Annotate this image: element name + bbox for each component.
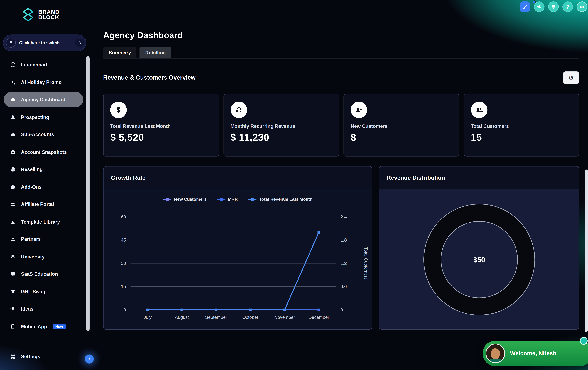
basket-icon [10, 184, 16, 190]
chevron-up-down-icon [75, 39, 84, 47]
sidebar-item-ai-holiday-promo[interactable]: AI Holiday Promo [4, 74, 83, 90]
sidebar-item-reselling[interactable]: Reselling [4, 162, 83, 177]
refresh-icon: ↺ [568, 74, 574, 82]
sidebar: Click here to switch Launchpad AI Holida… [0, 0, 90, 370]
notification-dot [533, 0, 536, 3]
welcome-widget[interactable]: Welcome, Nitesh [483, 340, 588, 366]
sidebar-item-mobile-app[interactable]: Mobile App New [4, 319, 83, 334]
card-value: 15 [471, 132, 572, 143]
lightbulb-icon [10, 306, 16, 312]
svg-text:October: October [242, 315, 258, 320]
svg-text:November: November [274, 315, 295, 320]
page-title: Agency Dashboard [103, 30, 579, 41]
tab-rebilling[interactable]: Rebilling [140, 47, 171, 58]
card-value: 8 [351, 132, 452, 143]
sidebar-item-saas-education[interactable]: SaaS Education [4, 266, 83, 282]
sidebar-item-university[interactable]: University [4, 249, 83, 264]
launchpad-icon [10, 62, 16, 68]
sidebar-nav: Launchpad AI Holiday Promo Agency Dashbo… [0, 57, 87, 336]
sidebar-item-settings[interactable]: Settings [4, 349, 83, 364]
svg-text:45: 45 [121, 238, 126, 243]
main-scrollbar[interactable] [585, 169, 588, 332]
settings-grid-icon [10, 353, 16, 359]
card-total-revenue-last-month: $ Total Revenue Last Month $ 5,520 [103, 94, 219, 157]
dollar-icon: $ [110, 102, 127, 118]
chart-legend: New CustomersMRRTotal Revenue Last Month [104, 195, 372, 203]
sidebar-item-agency-dashboard[interactable]: Agency Dashboard [4, 92, 83, 107]
sidebar-scrollbar[interactable] [86, 56, 90, 331]
growth-line-chart: 01530456000.61.21.82.4JulyAugustSeptembe… [106, 204, 369, 328]
flask-icon [10, 219, 16, 225]
sidebar-item-add-ons[interactable]: Add-Ons [4, 179, 83, 194]
announcement-icon [536, 4, 542, 10]
svg-text:15: 15 [121, 284, 126, 289]
legend-item[interactable]: Total Revenue Last Month [248, 197, 313, 201]
sidebar-item-sub-accounts[interactable]: Sub-Accounts [4, 127, 83, 142]
link-icon [522, 3, 528, 10]
brand-name: BRAND BLOCK [38, 9, 59, 20]
account-avatar-button[interactable]: NI [577, 1, 587, 12]
announcements-button[interactable] [534, 1, 545, 12]
donut-chart-area: $50 [379, 189, 579, 330]
dashboard-icon [10, 96, 16, 103]
svg-text:September: September [205, 315, 227, 320]
svg-text:1.2: 1.2 [340, 261, 347, 266]
user-plus-icon [351, 102, 367, 118]
svg-text:2.4: 2.4 [340, 214, 347, 219]
agency-badge-icon [6, 38, 16, 48]
agency-switcher-label: Click here to switch [19, 41, 75, 45]
legend-marker-icon [248, 199, 256, 200]
sidebar-item-launchpad[interactable]: Launchpad [4, 57, 83, 72]
svg-text:December: December [308, 315, 329, 320]
sidebar-item-ghl-swag[interactable]: GHL Swag [4, 284, 83, 299]
user-avatar [486, 344, 505, 363]
refresh-button[interactable]: ↺ [563, 71, 579, 84]
sidebar-settings: Settings [0, 349, 87, 366]
tshirt-icon [10, 288, 16, 295]
sparkles-icon [10, 79, 16, 85]
svg-text:0: 0 [340, 307, 343, 312]
card-label: Monthly Recurring Revenue [231, 123, 332, 129]
section-title: Revenue & Customers Overview [103, 74, 195, 81]
agency-switcher[interactable]: Click here to switch [3, 35, 86, 51]
legend-marker-icon [217, 199, 225, 200]
card-label: Total Customers [471, 123, 572, 129]
tab-summary[interactable]: Summary [103, 47, 136, 58]
globe-icon [10, 166, 16, 173]
legend-item[interactable]: New Customers [163, 197, 207, 201]
bell-icon [550, 4, 556, 10]
chat-widget-bubble[interactable] [580, 337, 588, 345]
svg-text:August: August [175, 315, 189, 320]
legend-item[interactable]: MRR [217, 197, 238, 201]
sidebar-item-partners[interactable]: Partners [4, 232, 83, 247]
phone-icon [10, 323, 16, 329]
sidebar-item-prospecting[interactable]: Prospecting [4, 109, 83, 125]
integrations-button[interactable] [520, 1, 530, 12]
metric-cards: $ Total Revenue Last Month $ 5,520 Month… [103, 94, 579, 157]
brand-logo-icon [21, 8, 35, 22]
card-value: $ 11,230 [231, 132, 332, 143]
revenue-donut-chart: $50 [404, 193, 554, 326]
sidebar-collapse-button[interactable]: ‹ [85, 354, 94, 363]
legend-marker-icon [163, 199, 171, 200]
legend-label: New Customers [174, 197, 206, 201]
briefcase-icon [10, 131, 16, 137]
account-initials: NI [580, 4, 584, 9]
users-icon [471, 102, 487, 118]
svg-text:0.6: 0.6 [340, 284, 347, 289]
welcome-text: Welcome, Nitesh [510, 350, 556, 357]
legend-label: Total Revenue Last Month [259, 197, 312, 201]
topbar-actions: ? NI [520, 1, 587, 12]
new-badge: New [53, 324, 66, 329]
help-button[interactable]: ? [563, 1, 573, 12]
sidebar-item-ideas[interactable]: Ideas [4, 301, 83, 317]
svg-text:1.8: 1.8 [340, 238, 347, 243]
sidebar-item-account-snapshots[interactable]: Account Snapshots [4, 144, 83, 160]
notifications-button[interactable] [548, 1, 559, 12]
sidebar-item-template-library[interactable]: Template Library [4, 214, 83, 229]
tabs: Summary Rebilling [103, 47, 579, 58]
sidebar-item-affiliate-portal[interactable]: Affiliate Portal [4, 197, 83, 212]
main-content: Agency Dashboard Summary Rebilling Reven… [90, 21, 588, 370]
svg-text:0: 0 [124, 307, 126, 312]
question-icon: ? [566, 4, 569, 10]
